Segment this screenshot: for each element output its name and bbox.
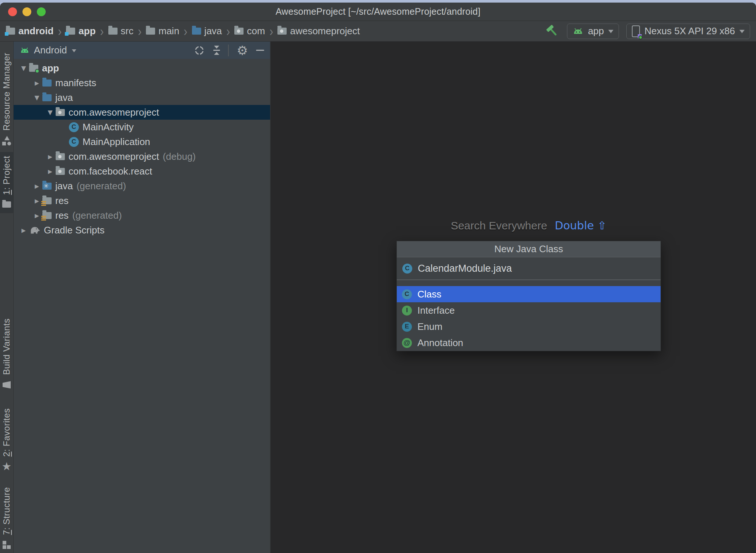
android-head-icon (20, 47, 30, 54)
settings-gear-icon[interactable] (237, 44, 248, 57)
popup-item-enum[interactable]: Enum (397, 318, 661, 335)
class-icon (402, 289, 412, 299)
tree-item-java-generated[interactable]: java (generated) (14, 179, 270, 193)
chevron-expanded-icon[interactable] (45, 109, 56, 116)
breadcrumb-label: android (18, 25, 53, 37)
res-folder-icon (42, 212, 52, 219)
tree-item-java[interactable]: java (14, 90, 270, 105)
chevron-expanded-icon[interactable] (18, 64, 29, 72)
window-title: AwesomeProject [~/src/AwesomeProject/and… (276, 6, 480, 17)
popup-item-class[interactable]: Class (397, 286, 661, 302)
chevron-down-icon (739, 30, 745, 33)
tree-item-com-facebook-react[interactable]: com.facebook.react (14, 164, 270, 179)
tool-window-bar: Resource Manager 1: Project Build Varian… (0, 42, 14, 553)
hint-text: Search Everywhere (451, 219, 547, 232)
tool-window-button-favorites[interactable]: 2: Favorites (0, 405, 13, 475)
search-everywhere-hint: Search Everywhere Double ⇧ (396, 219, 661, 232)
class-name-value: CalendarModule.java (418, 263, 512, 274)
star-icon (2, 462, 12, 471)
popup-item-annotation[interactable]: Annotation (397, 335, 661, 351)
tool-window-label: Build Variants (1, 318, 12, 375)
tree-item-suffix: (debug) (163, 151, 196, 162)
tree-item-com-awesomeproject-debug[interactable]: com.awesomeproject (debug) (14, 149, 270, 164)
breadcrumb-src[interactable]: src (108, 25, 134, 37)
gradle-elephant-icon (29, 226, 40, 235)
tool-window-label: 2: Favorites (1, 408, 12, 457)
breadcrumb-app[interactable]: app (66, 25, 95, 37)
build-hammer-icon[interactable] (546, 24, 560, 39)
tool-window-button-resource-manager[interactable]: Resource Manager (0, 49, 13, 149)
tree-item-label: java (55, 92, 73, 103)
app-window: AwesomeProject [~/src/AwesomeProject/and… (0, 3, 756, 553)
generated-source-folder-icon (42, 183, 52, 190)
java-class-icon (69, 137, 79, 147)
tool-window-button-structure[interactable]: 7: Structure (0, 483, 13, 553)
tree-item-label: com.awesomeproject (69, 107, 159, 118)
tool-window-button-project[interactable]: 1: Project (0, 152, 13, 213)
java-class-icon (69, 122, 79, 132)
package-folder-icon (234, 28, 244, 35)
locate-icon[interactable] (193, 45, 205, 56)
main-area: Resource Manager 1: Project Build Varian… (0, 42, 756, 553)
project-tree: app manifests java com.awesomeproject (14, 59, 270, 237)
breadcrumb-awesomeproject[interactable]: awesomeproject (277, 25, 360, 37)
tree-item-suffix: (generated) (77, 180, 126, 192)
chevron-collapsed-icon[interactable] (31, 79, 42, 87)
device-dropdown[interactable]: Nexus 5X API 29 x86 (626, 24, 750, 39)
breadcrumb: android app src main java (6, 25, 546, 38)
tree-item-com-awesomeproject[interactable]: com.awesomeproject (14, 105, 270, 120)
class-name-input[interactable]: CalendarModule.java (397, 257, 661, 280)
hide-panel-icon[interactable] (256, 50, 264, 51)
tree-item-manifests[interactable]: manifests (14, 75, 270, 90)
chevron-down-icon[interactable] (72, 49, 76, 52)
enum-icon (402, 322, 412, 332)
chevron-expanded-icon[interactable] (31, 94, 42, 101)
tool-window-button-build-variants[interactable]: Build Variants (0, 315, 13, 393)
chevron-collapsed-icon[interactable] (31, 197, 42, 204)
breadcrumb-label: java (204, 25, 222, 37)
tree-item-app[interactable]: app (14, 61, 270, 75)
close-button[interactable] (8, 7, 17, 16)
popup-item-label: Interface (417, 305, 455, 316)
source-folder-icon (42, 94, 52, 101)
tree-item-res-generated[interactable]: res (generated) (14, 208, 270, 223)
breadcrumb-separator-icon (226, 23, 230, 39)
chevron-collapsed-icon[interactable] (31, 212, 42, 219)
device-label: Nexus 5X API 29 x86 (644, 25, 735, 37)
popup-title: New Java Class (397, 241, 661, 257)
new-java-class-popup: New Java Class CalendarModule.java Class… (396, 241, 661, 351)
tool-window-label: Resource Manager (1, 53, 12, 131)
tree-item-label: res (55, 210, 69, 221)
folder-icon (108, 28, 118, 35)
source-folder-icon (192, 28, 201, 35)
zoom-button[interactable] (37, 7, 46, 16)
chevron-collapsed-icon[interactable] (31, 182, 42, 190)
breadcrumb-java[interactable]: java (192, 25, 222, 37)
breadcrumb-label: awesomeproject (290, 25, 360, 37)
interface-icon (402, 306, 412, 316)
breadcrumb-main[interactable]: main (146, 25, 179, 37)
breadcrumb-android[interactable]: android (6, 25, 53, 37)
tree-item-res[interactable]: res (14, 193, 270, 208)
divider (228, 45, 229, 56)
tree-item-mainapplication[interactable]: MainApplication (14, 134, 270, 149)
tree-item-gradle-scripts[interactable]: Gradle Scripts (14, 223, 270, 237)
chevron-collapsed-icon[interactable] (18, 226, 29, 234)
traffic-lights (8, 3, 46, 21)
tree-item-mainactivity[interactable]: MainActivity (14, 120, 270, 134)
package-folder-icon (56, 109, 65, 116)
collapse-all-icon[interactable] (213, 46, 220, 55)
run-config-dropdown[interactable]: app (567, 24, 619, 39)
minimize-button[interactable] (22, 7, 31, 16)
tool-window-label: 1: Project (1, 156, 12, 195)
chevron-collapsed-icon[interactable] (45, 153, 56, 160)
resource-manager-icon (2, 136, 11, 145)
breadcrumb-label: app (78, 25, 95, 37)
breadcrumb-com[interactable]: com (234, 25, 265, 37)
breadcrumb-label: com (247, 25, 265, 37)
project-view-selector[interactable]: Android (34, 45, 67, 56)
title-bar: AwesomeProject [~/src/AwesomeProject/and… (0, 3, 756, 21)
popup-item-interface[interactable]: Interface (397, 302, 661, 318)
chevron-collapsed-icon[interactable] (45, 168, 56, 175)
module-folder-icon (6, 28, 15, 35)
